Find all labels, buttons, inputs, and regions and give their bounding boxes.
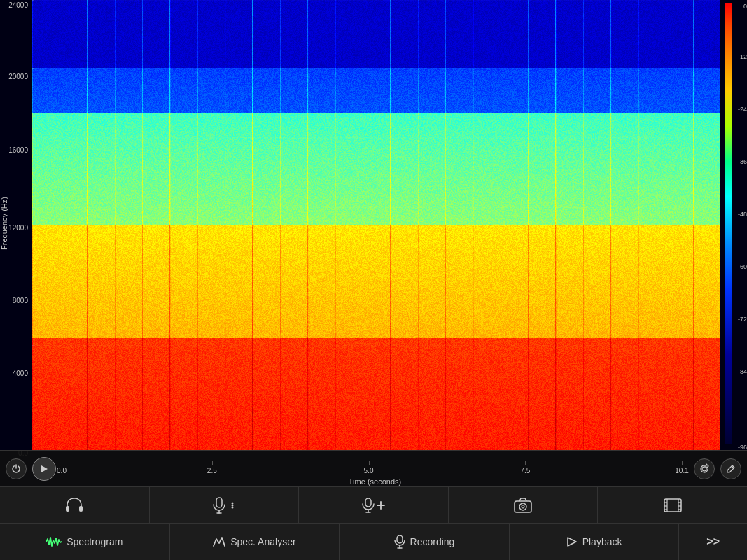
scale-label-36: -36 xyxy=(738,158,747,165)
x-axis-title: Time (seconds) xyxy=(349,477,401,486)
time-label-10: 10.1 xyxy=(675,467,688,475)
svg-rect-3 xyxy=(216,498,222,507)
color-scale-bar xyxy=(725,3,732,444)
spectrogram-canvas xyxy=(0,0,747,486)
refresh-icon xyxy=(699,463,710,475)
svg-point-7 xyxy=(231,504,233,506)
edit-button[interactable] xyxy=(720,458,741,479)
settings-dots-icon xyxy=(229,502,236,509)
scale-label-24: -24 xyxy=(738,106,747,113)
tick-2.5 xyxy=(212,461,213,465)
scale-label-84: -84 xyxy=(738,368,747,375)
scale-label-72: -72 xyxy=(738,316,747,323)
scale-label-12: -12 xyxy=(738,53,747,60)
svg-point-15 xyxy=(519,503,526,510)
svg-rect-26 xyxy=(397,536,403,543)
tick-5 xyxy=(369,461,370,465)
tick-10 xyxy=(682,461,683,465)
tab-more-label: >> xyxy=(706,536,720,548)
tab-recording[interactable]: Recording xyxy=(340,524,510,560)
plus-icon xyxy=(377,501,385,510)
tab-spec-analyser-label: Spec. Analyser xyxy=(230,536,295,547)
tab-spectrogram-label: Spectrogram xyxy=(67,536,123,547)
tick-7.5 xyxy=(525,461,526,465)
icon-cell-film[interactable] xyxy=(598,487,747,523)
time-label-5: 5.0 xyxy=(364,467,374,475)
tab-more[interactable]: >> xyxy=(679,524,747,560)
recording-mic-icon xyxy=(394,535,405,549)
spectrogram-wave-icon xyxy=(46,536,62,547)
power-icon xyxy=(11,463,22,475)
refresh-button[interactable] xyxy=(694,458,715,479)
icon-cell-camera[interactable] xyxy=(449,487,599,523)
icon-row xyxy=(0,487,747,524)
scale-label-48: -48 xyxy=(738,211,747,218)
headphones-icon xyxy=(65,498,83,513)
time-axis-area: 0.0 2.5 5.0 7.5 10.1 Time (seconds) xyxy=(62,451,688,487)
svg-rect-1 xyxy=(66,506,69,512)
scale-label-0: 0 xyxy=(743,3,747,10)
svg-marker-0 xyxy=(41,465,48,472)
film-icon xyxy=(664,498,682,513)
svg-marker-29 xyxy=(568,538,576,546)
scale-label-60: -60 xyxy=(738,263,747,270)
svg-point-16 xyxy=(522,505,524,508)
svg-point-8 xyxy=(231,506,233,508)
tick-0 xyxy=(62,461,62,465)
svg-rect-9 xyxy=(365,498,371,507)
spectrogram-area: 24000 20000 16000 12000 8000 4000 0.0 Fr… xyxy=(0,0,747,486)
icon-cell-mic-settings[interactable] xyxy=(150,487,300,523)
tab-playback[interactable]: Playback xyxy=(510,524,680,560)
app-container: 24000 20000 16000 12000 8000 4000 0.0 Fr… xyxy=(0,0,747,560)
svg-rect-2 xyxy=(79,506,83,512)
power-button[interactable] xyxy=(6,458,27,479)
mic-plus-icon xyxy=(362,498,375,513)
svg-point-6 xyxy=(231,502,233,504)
time-label-7.5: 7.5 xyxy=(520,467,530,475)
spec-analyser-icon xyxy=(213,536,225,547)
play-button[interactable] xyxy=(32,457,56,481)
time-label-0: 0.0 xyxy=(57,467,67,475)
controls-overlay: 0.0 2.5 5.0 7.5 10.1 Time (seconds) xyxy=(0,450,747,486)
playback-play-icon xyxy=(566,536,578,547)
color-scale: 0 -12 -24 -36 -48 -60 -72 -84 -96 Scale … xyxy=(720,0,747,455)
time-label-2.5: 2.5 xyxy=(207,467,217,475)
tab-row: Spectrogram Spec. Analyser Recording xyxy=(0,524,747,560)
tab-spec-analyser[interactable]: Spec. Analyser xyxy=(170,524,340,560)
tab-playback-label: Playback xyxy=(582,536,622,547)
mic-settings-icon xyxy=(212,497,226,514)
tab-spectrogram[interactable]: Spectrogram xyxy=(0,524,170,560)
icon-cell-mic-plus[interactable] xyxy=(299,487,449,523)
edit-icon xyxy=(725,463,736,475)
icon-cell-headphones[interactable] xyxy=(0,487,150,523)
camera-icon xyxy=(514,498,532,513)
bottom-toolbar: Spectrogram Spec. Analyser Recording xyxy=(0,486,747,560)
play-icon xyxy=(39,464,49,474)
tab-recording-label: Recording xyxy=(410,536,455,547)
